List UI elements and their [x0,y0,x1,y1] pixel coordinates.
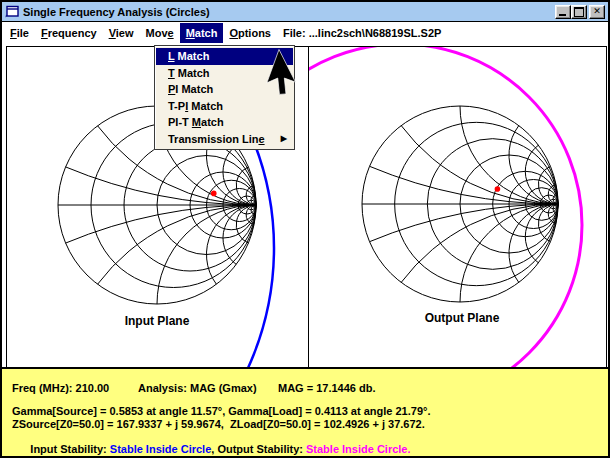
right-smith-grid [362,106,558,302]
maximize-icon [574,7,584,17]
title-bar[interactable]: Single Frequency Analysis (Circles) ✕ [2,2,608,22]
menu-item-transmission-line[interactable]: Transmission Line▶ [156,131,293,148]
menu-match[interactable]: Match [180,23,224,43]
right-gamma-marker [495,186,501,192]
minimize-button[interactable] [555,5,571,19]
menu-item-t-pi-match[interactable]: T-PI Match [156,98,293,115]
menu-options[interactable]: Options [223,23,277,43]
output-plane-label: Output Plane [362,311,562,325]
minimize-icon [559,14,566,16]
menu-file[interactable]: File [4,23,35,43]
window-controls: ✕ [555,5,608,19]
window-title: Single Frequency Analysis (Circles) [23,6,210,18]
file-path-label: File: ...linc2sch\N68819SL.S2P [283,27,441,39]
close-button[interactable]: ✕ [589,5,605,19]
input-stability-status: Stable Inside Circle [110,443,211,455]
mag-value: MAG = 17.1446 db. [278,382,376,394]
menu-item-pi-match[interactable]: PI Match [156,81,293,98]
results-panel: Freq (MHz): 210.00 Analysis: MAG (Gmax) … [2,367,608,456]
app-icon [5,5,19,18]
app-window: Single Frequency Analysis (Circles) ✕ Fi… [0,0,610,458]
impedance-line: ZSource[Z0=50.0] = 167.9337 + j 59.9674,… [12,418,425,430]
analysis-type: Analysis: MAG (Gmax) [138,382,257,394]
output-stability-prefix: , Output Stability: [211,443,306,455]
left-gamma-marker [211,191,217,197]
stability-line: Input Stability: Stable Inside Circle, O… [12,431,411,458]
menu-move[interactable]: Move [140,23,180,43]
freq-value: Freq (MHz): 210.00 [12,382,109,394]
menu-item-pi-t-match[interactable]: PI-T Match [156,114,293,131]
submenu-arrow-icon: ▶ [281,131,287,148]
menu-item-l-match[interactable]: L Match [156,48,293,65]
menu-view[interactable]: View [103,23,140,43]
close-icon: ✕ [593,7,601,16]
maximize-button[interactable] [571,5,587,19]
output-stability-status: Stable Inside Circle. [306,443,411,455]
menu-bar: File Frequency View Move Match Options F… [2,22,608,44]
input-plane-label: Input Plane [57,314,257,328]
menu-item-t-match[interactable]: T Match [156,65,293,82]
menu-frequency[interactable]: Frequency [35,23,103,43]
match-menu-dropdown: L Match T Match PI Match T-PI Match PI-T… [154,45,295,150]
gamma-line: Gamma[Source] = 0.5853 at angle 11.57°, … [12,405,430,417]
input-stability-prefix: Input Stability: [30,443,109,455]
